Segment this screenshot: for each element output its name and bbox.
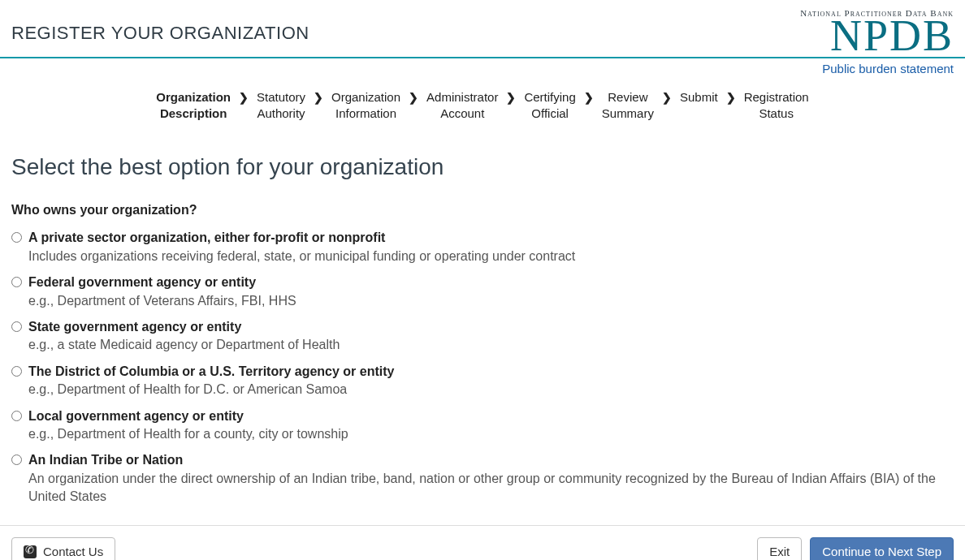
option-title: Local government agency or entity — [28, 407, 954, 425]
chevron-right-icon: ❯ — [239, 89, 249, 104]
ownership-radio-0[interactable] — [11, 232, 22, 243]
header-divider — [0, 57, 965, 58]
step-5[interactable]: ReviewSummary — [602, 89, 654, 123]
chevron-right-icon: ❯ — [662, 89, 672, 104]
chevron-right-icon: ❯ — [584, 89, 594, 104]
page-title: REGISTER YOUR ORGANIZATION — [11, 23, 309, 44]
chevron-right-icon: ❯ — [726, 89, 736, 104]
chevron-right-icon: ❯ — [506, 89, 516, 104]
ownership-option-4: Local government agency or entitye.g., D… — [11, 407, 954, 444]
option-desc: e.g., Department of Veterans Affairs, FB… — [28, 292, 954, 310]
contact-us-button[interactable]: Contact Us — [11, 537, 115, 560]
option-title: The District of Columbia or a U.S. Terri… — [28, 363, 954, 381]
ownership-radio-2[interactable] — [11, 321, 22, 332]
public-burden-link[interactable]: Public burden statement — [822, 62, 954, 75]
option-desc: An organization under the direct ownersh… — [28, 470, 954, 506]
ownership-radio-5[interactable] — [11, 454, 22, 465]
chevron-right-icon: ❯ — [314, 89, 323, 104]
contact-us-label: Contact Us — [43, 545, 103, 558]
ownership-question: Who owns your organization? — [11, 203, 954, 218]
step-3[interactable]: AdministratorAccount — [426, 89, 498, 123]
option-title: A private sector organization, either fo… — [28, 229, 954, 247]
ownership-option-1: Federal government agency or entitye.g.,… — [11, 274, 954, 310]
option-desc: Includes organizations receiving federal… — [28, 248, 954, 265]
option-desc: e.g., a state Medicaid agency or Departm… — [28, 336, 954, 354]
chevron-right-icon: ❯ — [409, 89, 418, 104]
step-1[interactable]: StatutoryAuthority — [257, 89, 305, 123]
step-2[interactable]: OrganizationInformation — [331, 89, 400, 123]
option-title: An Indian Tribe or Nation — [28, 451, 954, 469]
continue-button[interactable]: Continue to Next Step — [810, 537, 954, 560]
step-4[interactable]: CertifyingOfficial — [524, 89, 575, 123]
footer-divider — [0, 525, 965, 526]
exit-button[interactable]: Exit — [757, 537, 802, 560]
ownership-option-0: A private sector organization, either fo… — [11, 229, 954, 265]
option-title: State government agency or entity — [28, 318, 954, 336]
step-7[interactable]: RegistrationStatus — [744, 89, 809, 123]
option-title: Federal government agency or entity — [28, 274, 954, 291]
step-6[interactable]: Submit — [680, 89, 718, 123]
phone-icon — [24, 545, 37, 558]
step-0[interactable]: OrganizationDescription — [156, 89, 231, 123]
ownership-radio-1[interactable] — [11, 277, 22, 287]
ownership-radio-4[interactable] — [11, 411, 22, 421]
logo-main: NPDB — [800, 18, 954, 55]
progress-steps: OrganizationDescription❯StatutoryAuthori… — [0, 81, 965, 139]
ownership-radio-3[interactable] — [11, 366, 22, 377]
ownership-option-5: An Indian Tribe or NationAn organization… — [11, 451, 954, 506]
option-desc: e.g., Department of Health for D.C. or A… — [28, 381, 954, 398]
option-desc: e.g., Department of Health for a county,… — [28, 425, 954, 443]
ownership-option-3: The District of Columbia or a U.S. Terri… — [11, 363, 954, 399]
ownership-option-2: State government agency or entitye.g., a… — [11, 318, 954, 355]
npdb-logo: National Practitioner Data Bank NPDB — [800, 8, 954, 55]
section-title: Select the best option for your organiza… — [11, 154, 954, 180]
